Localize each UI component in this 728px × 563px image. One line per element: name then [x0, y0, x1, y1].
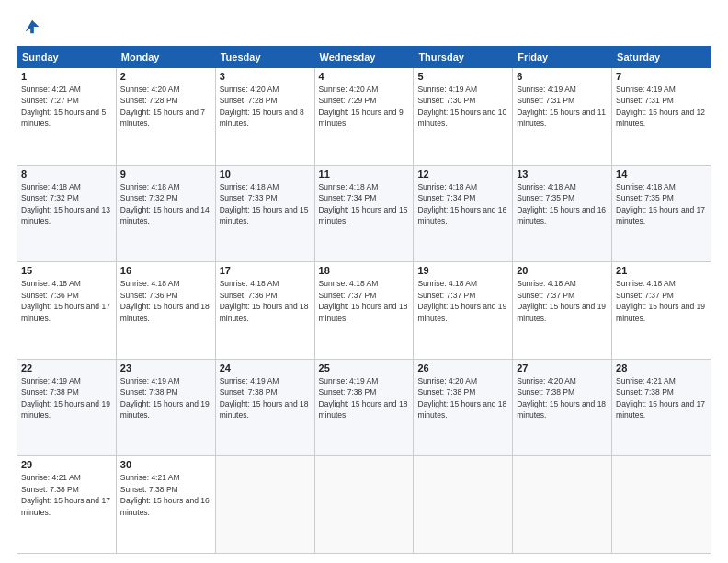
day-number: 7 — [616, 71, 707, 82]
calendar-cell — [513, 456, 612, 554]
calendar-cell: 18 Sunrise: 4:18 AMSunset: 7:37 PMDaylig… — [314, 262, 414, 360]
weekday-header-wednesday: Wednesday — [314, 47, 414, 68]
day-info: Sunrise: 4:21 AMSunset: 7:27 PMDaylight:… — [21, 85, 106, 128]
day-number: 26 — [417, 362, 508, 373]
calendar-cell: 29 Sunrise: 4:21 AMSunset: 7:38 PMDaylig… — [17, 456, 117, 554]
calendar-cell: 1 Sunrise: 4:21 AMSunset: 7:27 PMDayligh… — [17, 68, 117, 166]
day-info: Sunrise: 4:18 AMSunset: 7:37 PMDaylight:… — [517, 279, 606, 322]
day-number: 17 — [220, 265, 311, 276]
calendar-cell: 13 Sunrise: 4:18 AMSunset: 7:35 PMDaylig… — [513, 165, 612, 262]
day-info: Sunrise: 4:19 AMSunset: 7:38 PMDaylight:… — [319, 376, 408, 419]
day-info: Sunrise: 4:19 AMSunset: 7:38 PMDaylight:… — [21, 376, 110, 419]
day-info: Sunrise: 4:18 AMSunset: 7:36 PMDaylight:… — [220, 279, 309, 322]
calendar-cell — [612, 456, 711, 554]
day-number: 28 — [616, 362, 707, 373]
calendar-cell: 8 Sunrise: 4:18 AMSunset: 7:32 PMDayligh… — [17, 165, 117, 262]
calendar-cell: 17 Sunrise: 4:18 AMSunset: 7:36 PMDaylig… — [215, 262, 314, 360]
calendar-cell: 9 Sunrise: 4:18 AMSunset: 7:32 PMDayligh… — [116, 165, 215, 262]
day-number: 6 — [517, 71, 608, 82]
calendar-cell: 20 Sunrise: 4:18 AMSunset: 7:37 PMDaylig… — [513, 262, 612, 360]
day-number: 10 — [220, 168, 311, 179]
logo-icon — [22, 17, 42, 37]
day-info: Sunrise: 4:21 AMSunset: 7:38 PMDaylight:… — [120, 473, 210, 516]
calendar-cell: 4 Sunrise: 4:20 AMSunset: 7:29 PMDayligh… — [314, 68, 414, 166]
calendar-cell: 23 Sunrise: 4:19 AMSunset: 7:38 PMDaylig… — [116, 359, 215, 456]
day-info: Sunrise: 4:18 AMSunset: 7:34 PMDaylight:… — [319, 182, 408, 225]
day-number: 11 — [319, 168, 410, 179]
day-number: 24 — [220, 362, 311, 373]
day-info: Sunrise: 4:19 AMSunset: 7:31 PMDaylight:… — [517, 85, 606, 128]
calendar-cell: 7 Sunrise: 4:19 AMSunset: 7:31 PMDayligh… — [612, 68, 711, 166]
day-info: Sunrise: 4:18 AMSunset: 7:34 PMDaylight:… — [417, 182, 506, 225]
weekday-header-sunday: Sunday — [17, 47, 117, 68]
day-number: 19 — [417, 265, 508, 276]
day-info: Sunrise: 4:18 AMSunset: 7:37 PMDaylight:… — [319, 279, 408, 322]
day-number: 23 — [120, 362, 211, 373]
day-number: 20 — [517, 265, 608, 276]
calendar-cell: 21 Sunrise: 4:18 AMSunset: 7:37 PMDaylig… — [612, 262, 711, 360]
day-info: Sunrise: 4:18 AMSunset: 7:32 PMDaylight:… — [21, 182, 110, 225]
calendar-week-row: 29 Sunrise: 4:21 AMSunset: 7:38 PMDaylig… — [17, 456, 711, 554]
calendar-cell: 12 Sunrise: 4:18 AMSunset: 7:34 PMDaylig… — [414, 165, 513, 262]
calendar-cell — [414, 456, 513, 554]
day-number: 22 — [21, 362, 112, 373]
page: SundayMondayTuesdayWednesdayThursdayFrid… — [0, 0, 728, 563]
day-info: Sunrise: 4:21 AMSunset: 7:38 PMDaylight:… — [616, 376, 705, 419]
day-info: Sunrise: 4:19 AMSunset: 7:38 PMDaylight:… — [220, 376, 309, 419]
calendar-cell: 28 Sunrise: 4:21 AMSunset: 7:38 PMDaylig… — [612, 359, 711, 456]
day-number: 30 — [120, 459, 211, 470]
day-info: Sunrise: 4:18 AMSunset: 7:36 PMDaylight:… — [21, 279, 110, 322]
svg-marker-0 — [26, 20, 40, 34]
day-info: Sunrise: 4:18 AMSunset: 7:35 PMDaylight:… — [517, 182, 606, 225]
day-info: Sunrise: 4:19 AMSunset: 7:31 PMDaylight:… — [616, 85, 705, 128]
day-info: Sunrise: 4:20 AMSunset: 7:28 PMDaylight:… — [220, 85, 304, 128]
day-info: Sunrise: 4:20 AMSunset: 7:29 PMDaylight:… — [319, 85, 404, 128]
day-info: Sunrise: 4:21 AMSunset: 7:38 PMDaylight:… — [21, 473, 110, 516]
weekday-header-tuesday: Tuesday — [215, 47, 314, 68]
day-number: 21 — [616, 265, 707, 276]
day-info: Sunrise: 4:19 AMSunset: 7:30 PMDaylight:… — [417, 85, 506, 128]
day-info: Sunrise: 4:18 AMSunset: 7:35 PMDaylight:… — [616, 182, 705, 225]
day-info: Sunrise: 4:18 AMSunset: 7:37 PMDaylight:… — [417, 279, 506, 322]
day-number: 29 — [21, 459, 112, 470]
day-info: Sunrise: 4:20 AMSunset: 7:38 PMDaylight:… — [517, 376, 606, 419]
day-info: Sunrise: 4:19 AMSunset: 7:38 PMDaylight:… — [120, 376, 210, 419]
calendar-cell: 26 Sunrise: 4:20 AMSunset: 7:38 PMDaylig… — [414, 359, 513, 456]
day-number: 12 — [417, 168, 508, 179]
calendar-cell: 14 Sunrise: 4:18 AMSunset: 7:35 PMDaylig… — [612, 165, 711, 262]
day-number: 5 — [417, 71, 508, 82]
day-info: Sunrise: 4:18 AMSunset: 7:33 PMDaylight:… — [220, 182, 309, 225]
day-number: 14 — [616, 168, 707, 179]
calendar-week-row: 1 Sunrise: 4:21 AMSunset: 7:27 PMDayligh… — [17, 68, 711, 166]
day-number: 8 — [21, 168, 112, 179]
calendar-cell: 5 Sunrise: 4:19 AMSunset: 7:30 PMDayligh… — [414, 68, 513, 166]
day-number: 13 — [517, 168, 608, 179]
day-number: 1 — [21, 71, 112, 82]
header — [17, 17, 711, 37]
calendar-cell — [215, 456, 314, 554]
day-number: 9 — [120, 168, 211, 179]
weekday-header-monday: Monday — [116, 47, 215, 68]
day-info: Sunrise: 4:18 AMSunset: 7:36 PMDaylight:… — [120, 279, 210, 322]
day-info: Sunrise: 4:18 AMSunset: 7:37 PMDaylight:… — [616, 279, 705, 322]
weekday-header-friday: Friday — [513, 47, 612, 68]
calendar-cell: 22 Sunrise: 4:19 AMSunset: 7:38 PMDaylig… — [17, 359, 117, 456]
calendar-cell: 6 Sunrise: 4:19 AMSunset: 7:31 PMDayligh… — [513, 68, 612, 166]
day-info: Sunrise: 4:20 AMSunset: 7:28 PMDaylight:… — [120, 85, 205, 128]
calendar-cell: 16 Sunrise: 4:18 AMSunset: 7:36 PMDaylig… — [116, 262, 215, 360]
day-info: Sunrise: 4:18 AMSunset: 7:32 PMDaylight:… — [120, 182, 210, 225]
weekday-header-saturday: Saturday — [612, 47, 711, 68]
weekday-header-row: SundayMondayTuesdayWednesdayThursdayFrid… — [17, 47, 711, 68]
calendar-cell: 11 Sunrise: 4:18 AMSunset: 7:34 PMDaylig… — [314, 165, 414, 262]
calendar-cell: 10 Sunrise: 4:18 AMSunset: 7:33 PMDaylig… — [215, 165, 314, 262]
day-number: 15 — [21, 265, 112, 276]
calendar-week-row: 22 Sunrise: 4:19 AMSunset: 7:38 PMDaylig… — [17, 359, 711, 456]
calendar-cell: 27 Sunrise: 4:20 AMSunset: 7:38 PMDaylig… — [513, 359, 612, 456]
logo — [17, 17, 42, 37]
day-info: Sunrise: 4:20 AMSunset: 7:38 PMDaylight:… — [417, 376, 506, 419]
calendar-cell: 19 Sunrise: 4:18 AMSunset: 7:37 PMDaylig… — [414, 262, 513, 360]
day-number: 2 — [120, 71, 211, 82]
calendar-cell: 30 Sunrise: 4:21 AMSunset: 7:38 PMDaylig… — [116, 456, 215, 554]
day-number: 4 — [319, 71, 410, 82]
day-number: 3 — [220, 71, 311, 82]
